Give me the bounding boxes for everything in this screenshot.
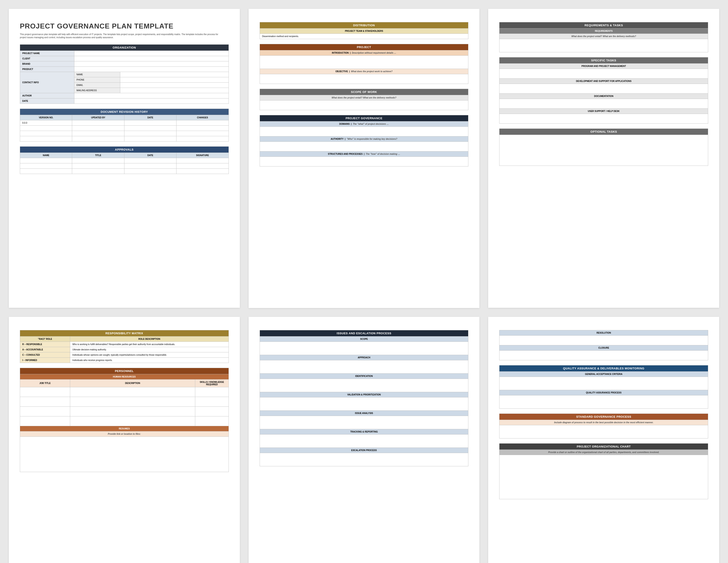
page-2: DISTRIBUTION PROJECT TEAM & STAKEHOLDERS… [249, 9, 480, 308]
page-1: PROJECT GOVERNANCE PLAN TEMPLATE This pr… [9, 9, 240, 308]
raci-c: C – CONSULTED [20, 352, 70, 358]
scope-table: SCOPE OF WORK What does the project enta… [260, 89, 469, 110]
opt-cell[interactable] [499, 135, 708, 166]
doc-title: PROJECT GOVERNANCE PLAN TEMPLATE [20, 22, 229, 30]
intro-sub: INTRODUCTION | Description without requi… [260, 50, 468, 56]
org-header: ORGANIZATION [20, 45, 229, 51]
team-hint[interactable]: Dissemination method and recipients. [260, 34, 468, 39]
col-appr-sig: SIGNATURE [176, 153, 229, 158]
revision-table: DOCUMENT REVISION HISTORY VERSION NO. UP… [20, 109, 229, 141]
val-product[interactable] [74, 67, 229, 72]
domains-cell[interactable] [260, 127, 468, 136]
val-contact-name[interactable] [120, 72, 229, 77]
req-table: REQUIREMENTS & TASKS REQUIREMENTS What d… [499, 22, 708, 52]
val-client[interactable] [74, 56, 229, 61]
raci-i: I – INFORMED [20, 358, 70, 363]
qa2: QUALITY ASSURANCE PROCESS [499, 390, 708, 395]
val-brand[interactable] [74, 61, 229, 67]
approvals-table: APPROVALS NAME TITLE DATE SIGNATURE [20, 146, 229, 174]
page-grid: PROJECT GOVERNANCE PLAN TEMPLATE This pr… [9, 9, 719, 563]
req-header: REQUIREMENTS & TASKS [499, 22, 708, 28]
obj-sub: OBJECTIVE | What does the project work t… [260, 69, 468, 74]
col-appr-name: NAME [20, 153, 72, 158]
req-hint: What does the project entail? What are t… [499, 34, 708, 39]
std-header: STANDARD GOVERNANCE PROCESS [499, 414, 708, 420]
std-gov-table: STANDARD GOVERNANCE PROCESS Include diag… [499, 414, 708, 439]
rev-header: DOCUMENT REVISION HISTORY [20, 109, 229, 115]
req-sub: REQUIREMENTS [499, 28, 708, 34]
gov-header: PROJECT GOVERNANCE [260, 115, 468, 121]
raci-table: RESPONSIBILITY MATRIX "RACI" ROLE ROLE D… [20, 330, 229, 363]
raci-a-desc: Ultimate decision-making authority. [70, 347, 229, 352]
pers-header: PERSONNEL [20, 368, 229, 374]
col-changes: CHANGES [176, 115, 229, 120]
optional-tasks-table: OPTIONAL TASKS [499, 128, 708, 166]
val-contact-mail[interactable] [120, 88, 229, 93]
lbl-product: PRODUCT [20, 67, 74, 72]
scope-hint: What does the project entail? What are t… [260, 95, 468, 100]
col-date: DATE [124, 115, 176, 120]
page-6: RESOLUTION CLOSURE QUALITY ASSURANCE & D… [488, 317, 719, 563]
personnel-table: PERSONNEL HUMAN RESOURCES JOB TITLE DESC… [20, 368, 229, 472]
col-role: "RACI" ROLE [20, 336, 70, 342]
lbl-contact-name: NAME [74, 72, 120, 77]
lbl-brand: BRAND [20, 61, 74, 67]
governance-table: PROJECT GOVERNANCE DOMAINS | The "what" … [260, 115, 469, 166]
auth-cell[interactable] [260, 142, 468, 151]
col-jt: JOB TITLE [20, 379, 70, 387]
s7: ESCALATION PROCESS [260, 448, 468, 453]
raci-r-desc: Who is working to fulfill deliverables? … [70, 342, 229, 347]
res-hint: Provide link or location to files: [20, 431, 229, 437]
doc-intro: This project governance plan template wi… [20, 33, 218, 39]
project-table: PROJECT INTRODUCTION | Description witho… [260, 44, 469, 84]
s1: SCOPE [260, 336, 468, 342]
struct-cell[interactable] [260, 157, 468, 166]
col-roledesc: ROLE DESCRIPTION [70, 336, 229, 342]
page-4: RESPONSIBILITY MATRIX "RACI" ROLE ROLE D… [9, 317, 240, 563]
col-d: DESCRIPTION [70, 379, 195, 387]
raci-a: A – ACCOUNTABLE [20, 347, 70, 352]
org-chart-table: PROJECT ORGANIZATIONAL CHART Provide a c… [499, 443, 708, 499]
team-sub: PROJECT TEAM & STAKEHOLDERS [260, 28, 468, 34]
val-contact-phone[interactable] [120, 77, 229, 83]
obj-cell[interactable] [260, 74, 468, 84]
hr-sub: HUMAN RESOURCES [20, 374, 229, 379]
orgchart-hint: Provide a chart or outline of the organi… [499, 450, 708, 455]
std-hint: Include diagram of process to result in … [499, 420, 708, 425]
s4: VALIDATION & PRIORITIZATION [260, 392, 468, 397]
lbl-author: AUTHOR [20, 93, 74, 98]
rev-v0[interactable]: 0.0.0 [20, 120, 72, 126]
col-appr-title: TITLE [72, 153, 124, 158]
raci-r: R – RESPONSIBLE [20, 342, 70, 347]
lbl-date: DATE [20, 98, 74, 104]
s3: IDENTIFICATION [260, 373, 468, 379]
val-date[interactable] [74, 98, 229, 104]
tasks-table: SPECIFIC TASKS PROGRAM AND PROJECT MANAG… [499, 57, 708, 124]
val-author[interactable] [74, 93, 229, 98]
orgchart-header: PROJECT ORGANIZATIONAL CHART [499, 443, 708, 450]
val-contact-email[interactable] [120, 83, 229, 88]
lbl-project-name: PROJECT NAME [20, 51, 74, 56]
val-project-name[interactable] [74, 51, 229, 56]
t4: USER SUPPORT / HELP DESK [499, 109, 708, 114]
s2: APPROACH [260, 355, 468, 360]
req-cell[interactable] [499, 39, 708, 52]
lbl-contact-email: EMAIL [74, 83, 120, 88]
scope-cell[interactable] [260, 100, 468, 110]
lbl-contact-mail: MAILING ADDRESS [74, 88, 120, 93]
tasks-header: SPECIFIC TASKS [499, 57, 708, 64]
qa-table: QUALITY ASSURANCE & DELIVERABLES MONITOR… [499, 365, 708, 409]
lbl-client: CLIENT [20, 56, 74, 61]
scope-header: SCOPE OF WORK [260, 89, 468, 95]
intro-cell[interactable] [260, 56, 468, 69]
s6: TRACKING & REPORTING [260, 429, 468, 434]
opt-header: OPTIONAL TASKS [499, 129, 708, 135]
res-cell[interactable] [20, 437, 229, 472]
lbl-contact-phone: PHONE [74, 77, 120, 83]
t1: PROGRAM AND PROJECT MANAGEMENT [499, 64, 708, 69]
domains-sub: DOMAINS | The "what" of project decision… [260, 121, 468, 127]
qa-header: QUALITY ASSURANCE & DELIVERABLES MONITOR… [499, 365, 708, 371]
page-3: REQUIREMENTS & TASKS REQUIREMENTS What d… [488, 9, 719, 308]
struct-sub: STRUCTURES AND PROCESSES | The "how" of … [260, 151, 468, 157]
raci-i-desc: Individuals who receive progress reports… [70, 358, 229, 363]
